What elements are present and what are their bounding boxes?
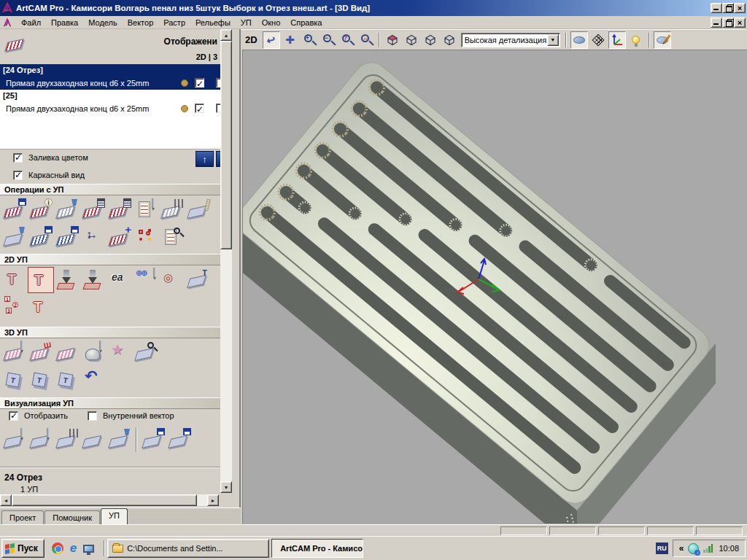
menu-bitmap[interactable]: Растр	[158, 17, 190, 28]
toolpath-template-icon[interactable]	[133, 198, 159, 224]
load-toolpath-icon[interactable]	[54, 225, 80, 252]
inlay-toolpath-icon[interactable]: ◎	[159, 267, 185, 293]
toolpath-tool-row[interactable]: Прямая двухзаходная конц d6 x 25mm	[0, 102, 220, 115]
scroll-down-button[interactable]: ▼	[220, 481, 232, 493]
toolpath-list[interactable]: [24 Отрез]Прямая двухзаходная конц d6 x …	[0, 64, 220, 149]
chrome-icon[interactable]	[52, 542, 63, 554]
delete-simulation-icon[interactable]	[107, 427, 133, 454]
menu-help[interactable]: Справка	[285, 17, 327, 28]
vis-inner-vector-checkbox[interactable]	[88, 411, 97, 421]
lighting-icon[interactable]	[627, 31, 645, 49]
menu-model[interactable]: Модель	[83, 17, 122, 28]
section-vis-header[interactable]: Визуализация УП	[0, 397, 220, 409]
draw-axes-icon[interactable]	[608, 31, 626, 49]
close-button[interactable]: ×	[734, 3, 746, 13]
task-explorer[interactable]: C:\Documents and Settin...	[107, 539, 269, 558]
inspect-toolpath-icon[interactable]	[133, 340, 159, 366]
restore-button[interactable]	[722, 3, 734, 13]
simulate-quick-icon[interactable]	[28, 427, 54, 454]
engraving-sample-1-icon[interactable]: Т	[1, 368, 28, 394]
language-indicator[interactable]: RU	[656, 542, 668, 554]
cut-3d-icon[interactable]	[80, 340, 107, 366]
engraving-sample-3-icon[interactable]: Т	[54, 368, 80, 394]
toolpath-list-icon-1[interactable]	[3, 31, 29, 57]
view-along-x-icon[interactable]	[403, 31, 420, 49]
engraving-sample-2-icon[interactable]: Т	[28, 368, 54, 394]
rotate-view-icon[interactable]: ↩	[263, 31, 280, 49]
horizontal-scroll-thumb[interactable]	[12, 494, 197, 506]
zoom-out-icon[interactable]: −	[320, 31, 337, 49]
delete-block-icon[interactable]	[1, 225, 28, 252]
toolpath-tool-row[interactable]: Прямая двухзаходная конц d6 x 25mm	[0, 77, 220, 90]
network-signal-icon[interactable]	[703, 544, 713, 553]
machine-relief-icon[interactable]	[1, 340, 28, 366]
toolpath-group-row[interactable]: [24 Отрез]	[0, 64, 220, 77]
tab-toolpaths[interactable]: УП	[101, 508, 128, 524]
feature-machining-icon[interactable]: Ш	[28, 340, 54, 366]
zoom-previous-icon[interactable]: ?	[338, 31, 356, 49]
show-desktop-icon[interactable]	[83, 545, 94, 553]
minimize-button[interactable]	[711, 3, 722, 13]
menu-reliefs[interactable]: Рельефы	[190, 17, 236, 28]
scroll-left-button[interactable]: ◄	[0, 494, 12, 506]
mdi-restore-button[interactable]	[722, 18, 734, 28]
nest-toolpaths-icon[interactable]	[133, 225, 159, 252]
section-2d-header[interactable]: 2D УП	[0, 254, 220, 265]
menu-vector[interactable]: Вектор	[123, 17, 159, 28]
bevel-carving-icon[interactable]	[80, 267, 107, 293]
scroll-up-button[interactable]: ▲	[220, 29, 232, 41]
menu-toolpaths[interactable]: УП	[236, 17, 257, 28]
section-ops-header[interactable]: Операции с УП	[0, 184, 220, 195]
toolpath-visible-checkbox[interactable]	[195, 104, 204, 113]
mdi-close-button[interactable]: ×	[734, 18, 746, 28]
tab-project[interactable]: Проект	[1, 510, 44, 524]
vis-show-checkbox[interactable]	[9, 411, 18, 421]
tray-expand-chevron[interactable]: «	[679, 543, 684, 553]
vbit-carving-icon[interactable]	[54, 267, 80, 293]
isometric-view-icon[interactable]	[384, 31, 401, 49]
cutout-star-icon[interactable]: ★	[107, 340, 133, 366]
toggle-2d-button[interactable]: 2D	[244, 34, 262, 45]
simulate-all-icon[interactable]	[54, 427, 80, 454]
detail-level-select[interactable]: Высокая детализация▼	[461, 33, 560, 47]
copy-toolpath-icon[interactable]: +	[107, 225, 133, 252]
view-along-y-icon[interactable]	[422, 31, 439, 49]
batch-calculate-icon[interactable]	[107, 198, 133, 224]
undo-machining-icon[interactable]: ↶	[80, 368, 107, 394]
profile-toolpath-icon[interactable]: T	[1, 267, 28, 293]
material-setup-icon[interactable]	[185, 198, 212, 224]
menu-window[interactable]: Окно	[257, 17, 286, 28]
load-simulation-icon[interactable]	[166, 427, 193, 454]
tab-assistant[interactable]: Помощник	[44, 510, 100, 524]
toolpath-info-icon[interactable]: i	[28, 198, 54, 224]
area-clearance-toolpath-icon[interactable]: T	[28, 267, 54, 293]
smart-engraving-icon[interactable]: ea	[107, 267, 133, 293]
inlay-wizard-icon[interactable]: Т	[185, 267, 212, 293]
panel-view-tabs[interactable]: 2D | 3	[196, 52, 217, 61]
machining-order-icon[interactable]: 123	[1, 295, 28, 321]
scroll-right-button[interactable]: ►	[207, 494, 219, 506]
toolpath-visible-checkbox[interactable]	[195, 78, 204, 88]
start-button[interactable]: Пуск	[1, 539, 44, 558]
view-along-z-icon[interactable]	[441, 31, 458, 49]
vertical-scroll-thumb[interactable]	[220, 41, 232, 249]
shaded-view-icon[interactable]	[570, 31, 588, 49]
menu-edit[interactable]: Правка	[46, 17, 83, 28]
task-artcam[interactable]: ArtCAM Pro - Камисо...	[271, 539, 363, 558]
bridges-icon[interactable]: T	[28, 295, 54, 321]
save-simulation-icon[interactable]	[140, 427, 166, 454]
pan-view-icon[interactable]: ✚	[282, 31, 299, 49]
save-toolpath-as-icon[interactable]	[28, 225, 54, 252]
tray-app-icon[interactable]	[688, 543, 699, 554]
zlevel-roughing-icon[interactable]	[54, 340, 80, 366]
simulate-block-icon[interactable]	[54, 198, 80, 224]
transform-toolpath-icon[interactable]: ↔↕	[80, 225, 107, 252]
wireframe-view-icon[interactable]	[589, 31, 607, 49]
reset-simulation-icon[interactable]	[80, 427, 107, 454]
internet-explorer-icon[interactable]: e	[70, 542, 77, 554]
drilling-toolpath-icon[interactable]: ⊕⊕	[133, 267, 159, 293]
move-up-button[interactable]: ↑	[196, 151, 214, 167]
simulate-toolpath-icon[interactable]	[1, 427, 28, 454]
fill-color-checkbox[interactable]	[13, 153, 23, 163]
wireframe-checkbox[interactable]	[13, 171, 23, 180]
